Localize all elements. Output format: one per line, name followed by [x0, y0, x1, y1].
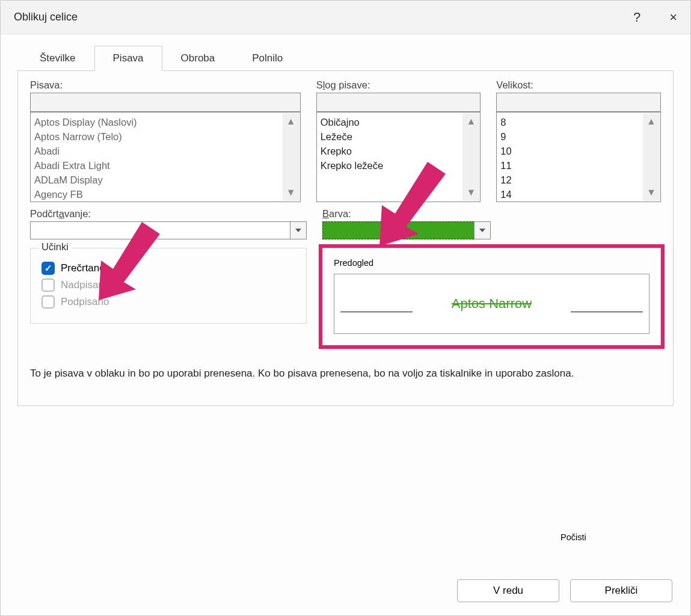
color-dropdown-button[interactable]: [474, 221, 491, 239]
color-column: Barva:: [322, 208, 491, 239]
underline-column: Podčrtavanje:: [30, 208, 307, 239]
window-controls: ? ×: [633, 10, 677, 25]
font-item[interactable]: ADLaM Display: [34, 173, 296, 187]
ok-button[interactable]: V redu: [457, 579, 559, 602]
size-input[interactable]: [496, 93, 661, 112]
clear-button-wrap: Počisti: [560, 532, 663, 542]
strikethrough-checkbox[interactable]: Prečrtano: [41, 262, 295, 275]
color-field[interactable]: [322, 221, 474, 239]
tab-strip: Številke Pisava Obroba Polnilo: [17, 45, 674, 71]
font-label: Pisava:: [30, 79, 301, 91]
underline-field[interactable]: [30, 221, 290, 239]
effects-wrap: Učinki Prečrtano Nadpisano Podpisano: [30, 239, 307, 324]
tab-border[interactable]: Obroba: [162, 46, 234, 71]
preview-group-label: Predogled: [334, 258, 373, 268]
checkbox-icon: [41, 262, 55, 275]
preview-wrap: Predogled Aptos Narrow: [322, 239, 661, 345]
preview-sample-text: Aptos Narrow: [452, 296, 532, 312]
effects-group-label: Učinki: [38, 241, 72, 253]
scroll-up-icon[interactable]: ▲: [646, 113, 656, 130]
cancel-button[interactable]: Prekliči: [570, 579, 672, 602]
checkbox-icon: [41, 279, 55, 292]
style-column: Slog pisave: Običajno Ležeče Krepko Krep…: [316, 79, 481, 202]
close-icon[interactable]: ×: [669, 10, 677, 25]
style-label: Slog pisave:: [316, 79, 481, 91]
color-swatch: [328, 224, 470, 236]
tab-content: Pisava: Aptos Display (Naslovi) Aptos Na…: [17, 71, 674, 406]
dialog-body: Številke Pisava Obroba Polnilo Pisava: A…: [1, 34, 690, 406]
font-row: Pisava: Aptos Display (Naslovi) Aptos Na…: [30, 79, 661, 202]
font-scrollbar[interactable]: ▲ ▼: [283, 113, 299, 201]
subscript-checkbox[interactable]: Podpisano: [41, 295, 295, 309]
size-item[interactable]: 11: [500, 158, 657, 173]
font-item[interactable]: Aptos Display (Naslovi): [34, 115, 296, 129]
window-title: Oblikuj celice: [14, 11, 78, 23]
style-item[interactable]: Ležeče: [321, 129, 477, 144]
clear-button[interactable]: Počisti: [560, 532, 663, 542]
scroll-up-icon[interactable]: ▲: [286, 113, 296, 130]
preview-group: Predogled Aptos Narrow: [322, 248, 661, 345]
size-item[interactable]: 9: [500, 129, 657, 144]
style-scrollbar[interactable]: ▲ ▼: [462, 113, 479, 201]
help-icon[interactable]: ?: [633, 10, 640, 25]
style-item[interactable]: Krepko: [321, 144, 477, 158]
font-item[interactable]: Aptos Narrow (Telo): [34, 129, 296, 144]
size-list-wrap: 8 9 10 11 12 14 ▲ ▼: [496, 112, 661, 202]
chevron-down-icon: [295, 229, 301, 232]
font-list-wrap: Aptos Display (Naslovi) Aptos Narrow (Te…: [30, 112, 301, 202]
size-item[interactable]: 10: [500, 144, 657, 158]
font-input[interactable]: [30, 93, 301, 112]
size-column: Velikost: 8 9 10 11 12 14 ▲ ▼: [496, 79, 661, 202]
size-label: Velikost:: [496, 79, 661, 91]
style-item[interactable]: Običajno: [321, 115, 477, 129]
style-input[interactable]: [316, 93, 481, 112]
clear-button-label: Počisti: [560, 532, 586, 542]
font-item[interactable]: Abadi Extra Light: [34, 158, 296, 173]
scroll-down-icon[interactable]: ▼: [466, 184, 476, 201]
strikethrough-label: Prečrtano: [61, 262, 105, 274]
size-scrollbar[interactable]: ▲ ▼: [643, 113, 660, 201]
dropdown-row: Podčrtavanje: Barva:: [30, 208, 661, 239]
style-list-wrap: Običajno Ležeče Krepko Krepko ležeče ▲ ▼: [316, 112, 481, 202]
size-list[interactable]: 8 9 10 11 12 14 ▲ ▼: [496, 112, 661, 202]
superscript-label: Nadpisano: [61, 279, 109, 291]
underline-combo[interactable]: [30, 221, 307, 239]
effects-group: Učinki Prečrtano Nadpisano Podpisano: [30, 248, 307, 324]
format-cells-dialog: Oblikuj celice ? × Številke Pisava Obrob…: [0, 0, 691, 616]
dialog-footer: V redu Prekliči: [457, 579, 672, 602]
superscript-checkbox[interactable]: Nadpisano: [41, 279, 295, 292]
scroll-down-icon[interactable]: ▼: [286, 184, 296, 201]
scroll-down-icon[interactable]: ▼: [646, 184, 656, 201]
size-item[interactable]: 8: [500, 115, 657, 129]
color-combo[interactable]: [322, 221, 491, 239]
titlebar: Oblikuj celice ? ×: [1, 1, 690, 34]
underline-dropdown-button[interactable]: [290, 221, 307, 239]
effects-preview-row: Učinki Prečrtano Nadpisano Podpisano: [30, 239, 661, 345]
tab-fill[interactable]: Polnilo: [233, 46, 301, 71]
scroll-up-icon[interactable]: ▲: [466, 113, 476, 130]
underline-label: Podčrtavanje:: [30, 208, 307, 220]
info-text: To je pisava v oblaku in bo po uporabi p…: [30, 366, 661, 381]
size-item[interactable]: 14: [500, 187, 657, 202]
preview-box: Aptos Narrow: [334, 274, 650, 334]
preview-baseline: [571, 312, 643, 312]
font-column: Pisava: Aptos Display (Naslovi) Aptos Na…: [30, 79, 301, 202]
chevron-down-icon: [479, 229, 485, 232]
preview-baseline: [340, 312, 413, 312]
tab-font[interactable]: Pisava: [94, 46, 162, 71]
font-list[interactable]: Aptos Display (Naslovi) Aptos Narrow (Te…: [30, 112, 301, 202]
style-list[interactable]: Običajno Ležeče Krepko Krepko ležeče ▲ ▼: [316, 112, 481, 202]
style-item[interactable]: Krepko ležeče: [321, 158, 477, 173]
tab-numbers[interactable]: Številke: [21, 46, 94, 71]
size-item[interactable]: 12: [500, 173, 657, 187]
checkbox-icon: [41, 295, 55, 309]
font-item[interactable]: Abadi: [34, 144, 296, 158]
color-label: Barva:: [322, 208, 491, 220]
font-item[interactable]: Agency FB: [34, 187, 296, 202]
subscript-label: Podpisano: [61, 296, 109, 308]
